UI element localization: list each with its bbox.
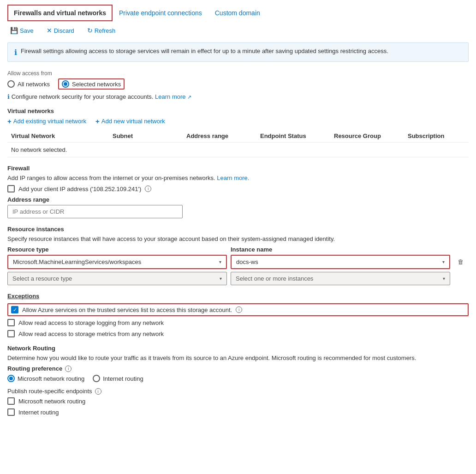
routing-pref-info-icon[interactable]: i: [65, 366, 71, 372]
allow-access-label: Allow access from: [7, 70, 469, 77]
network-routing-title: Network Routing: [7, 345, 469, 352]
col-subscription: Subscription: [404, 132, 469, 139]
firewall-title: Firewall: [7, 165, 469, 172]
tab-bar: Firewalls and virtual networks Private e…: [7, 5, 469, 21]
exceptions-section: Exceptions ✓ Allow Azure services on the…: [7, 293, 469, 337]
resource-type-select-2[interactable]: Select a resource type ▾: [7, 272, 227, 285]
info-bar: ℹ Firewall settings allowing access to s…: [7, 42, 469, 62]
tab-firewalls[interactable]: Firewalls and virtual networks: [7, 5, 113, 21]
radio-selected-networks[interactable]: Selected networks: [58, 78, 125, 90]
plus-icon: +: [95, 117, 100, 125]
firewall-section: Firewall Add IP ranges to allow access f…: [7, 165, 469, 218]
publish-endpoints-label: Publish route-specific endpoints i: [7, 388, 469, 395]
col-resource-group: Resource Group: [330, 132, 404, 139]
client-ip-checkbox[interactable]: [7, 185, 15, 192]
save-button[interactable]: 💾 Save: [7, 25, 36, 36]
exception-info-icon[interactable]: i: [236, 306, 242, 313]
discard-button[interactable]: ✕ Discard: [44, 25, 77, 36]
trash-icon: 🗑: [458, 258, 464, 265]
add-new-vnet-button[interactable]: + Add new virtual network: [95, 117, 165, 125]
firewall-description: Add IP ranges to allow access from the i…: [7, 174, 469, 181]
publish-info-icon[interactable]: i: [95, 388, 101, 395]
col-address-range: Address range: [183, 132, 256, 139]
close-icon: ✕: [47, 27, 52, 34]
col-virtual-network: Virtual Network: [7, 132, 109, 139]
add-existing-vnet-button[interactable]: + Add existing virtual network: [7, 117, 86, 125]
resource-instances-title: Resource instances: [7, 226, 469, 233]
radio-microsoft-routing[interactable]: Microsoft network routing: [7, 375, 84, 382]
publish-microsoft-checkbox[interactable]: [7, 397, 15, 405]
resource-instance-row-1: Microsoft.MachineLearningServices/worksp…: [7, 255, 469, 269]
client-ip-info-icon[interactable]: i: [145, 186, 151, 192]
info-icon: ℹ: [14, 48, 17, 57]
virtual-networks-title: Virtual networks: [7, 108, 469, 114]
delete-resource-instance-button-1[interactable]: 🗑: [454, 256, 467, 269]
refresh-button[interactable]: ↻ Refresh: [84, 25, 119, 36]
chevron-down-icon: ▾: [442, 259, 445, 264]
access-radio-group: All networks Selected networks: [7, 78, 469, 90]
exception-checkbox-1[interactable]: ✓: [11, 306, 18, 313]
resource-instance-row-2: Select a resource type ▾ Select one or m…: [7, 272, 469, 285]
vnet-actions: + Add existing virtual network + Add new…: [7, 117, 469, 125]
routing-preference-label: Routing preference i: [7, 365, 469, 372]
save-icon: 💾: [10, 27, 18, 34]
resource-type-header-label: Resource type: [7, 246, 227, 253]
network-security-info: ℹ Configure network security for your st…: [7, 93, 469, 100]
chevron-down-icon: ▾: [220, 276, 222, 281]
address-range-label: Address range: [7, 196, 469, 203]
exception-row-3[interactable]: Allow read access to storage metrics fro…: [7, 330, 469, 337]
col-endpoint-status: Endpoint Status: [256, 132, 330, 139]
chevron-down-icon: ▾: [219, 259, 221, 264]
exception-row-2[interactable]: Allow read access to storage logging fro…: [7, 319, 469, 326]
client-ip-checkbox-row[interactable]: Add your client IP address ('108.252.109…: [7, 185, 469, 192]
exception-checkbox-3[interactable]: [7, 330, 15, 337]
network-routing-description: Determine how you would like to route yo…: [7, 354, 469, 361]
allow-access-section: Allow access from All networks Selected …: [7, 70, 469, 100]
network-routing-section: Network Routing Determine how you would …: [7, 345, 469, 416]
publish-microsoft-routing-row[interactable]: Microsoft network routing: [7, 397, 469, 405]
resource-instances-header: Resource type Instance name: [7, 246, 469, 253]
publish-internet-checkbox[interactable]: [7, 408, 15, 416]
routing-radio-group: Microsoft network routing Internet routi…: [7, 375, 469, 382]
radio-internet-routing[interactable]: Internet routing: [93, 375, 143, 382]
plus-icon: +: [7, 117, 12, 125]
virtual-networks-section: Virtual networks + Add existing virtual …: [7, 108, 469, 157]
refresh-icon: ↻: [87, 27, 93, 34]
instance-name-header-label: Instance name: [231, 246, 450, 253]
resource-instances-description: Specify resource instances that will hav…: [7, 235, 469, 242]
resource-instances-section: Resource instances Specify resource inst…: [7, 226, 469, 285]
address-range-input[interactable]: [7, 205, 183, 218]
learn-more-firewall-link[interactable]: Learn more.: [217, 174, 249, 181]
col-subnet: Subnet: [109, 132, 183, 139]
exceptions-title: Exceptions: [7, 293, 469, 300]
info-icon-small: ℹ: [7, 93, 10, 100]
tab-custom-domain[interactable]: Custom domain: [208, 5, 267, 21]
resource-type-select-1[interactable]: Microsoft.MachineLearningServices/worksp…: [7, 255, 227, 269]
exception-row-1[interactable]: ✓ Allow Azure services on the trusted se…: [7, 303, 469, 316]
instance-name-select-1[interactable]: docs-ws ▾: [231, 255, 450, 269]
vnet-table-header: Virtual Network Subnet Address range End…: [7, 130, 469, 143]
radio-all-networks[interactable]: All networks: [7, 80, 50, 88]
no-network-message: No network selected.: [7, 143, 469, 157]
instance-name-select-2[interactable]: Select one or more instances ▾: [231, 272, 450, 285]
exception-checkbox-2[interactable]: [7, 319, 15, 326]
publish-internet-routing-row[interactable]: Internet routing: [7, 408, 469, 416]
toolbar: 💾 Save ✕ Discard ↻ Refresh: [7, 25, 469, 36]
learn-more-network-link[interactable]: Learn more: [155, 93, 185, 100]
chevron-down-icon: ▾: [443, 276, 445, 281]
tab-private-endpoint[interactable]: Private endpoint connections: [113, 5, 208, 21]
